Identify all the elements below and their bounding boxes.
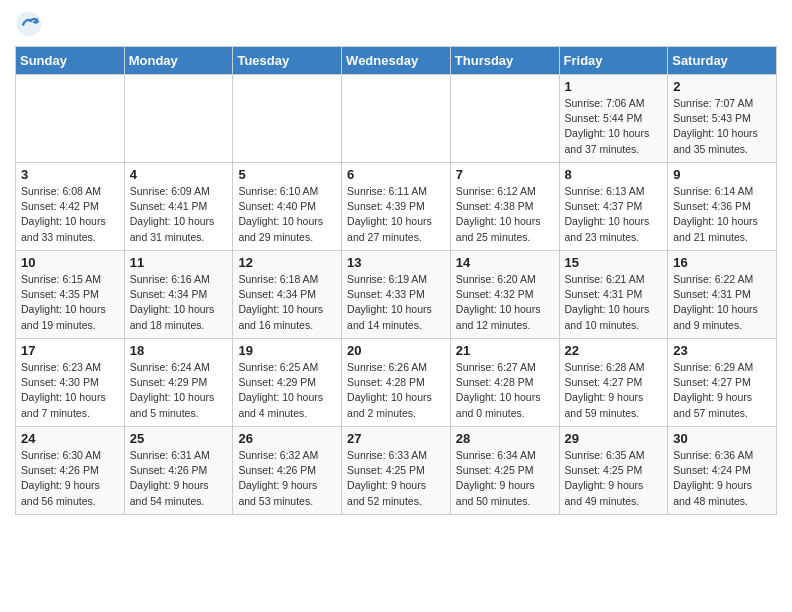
calendar-week-row: 3Sunrise: 6:08 AM Sunset: 4:42 PM Daylig… xyxy=(16,163,777,251)
page-container: SundayMondayTuesdayWednesdayThursdayFrid… xyxy=(0,0,792,525)
day-number: 21 xyxy=(456,343,554,358)
weekday-header: Monday xyxy=(124,47,233,75)
calendar-cell: 2Sunrise: 7:07 AM Sunset: 5:43 PM Daylig… xyxy=(668,75,777,163)
calendar-table: SundayMondayTuesdayWednesdayThursdayFrid… xyxy=(15,46,777,515)
day-info: Sunrise: 6:30 AM Sunset: 4:26 PM Dayligh… xyxy=(21,448,119,509)
weekday-header: Thursday xyxy=(450,47,559,75)
day-info: Sunrise: 6:34 AM Sunset: 4:25 PM Dayligh… xyxy=(456,448,554,509)
day-info: Sunrise: 6:24 AM Sunset: 4:29 PM Dayligh… xyxy=(130,360,228,421)
day-number: 14 xyxy=(456,255,554,270)
calendar-cell: 5Sunrise: 6:10 AM Sunset: 4:40 PM Daylig… xyxy=(233,163,342,251)
day-number: 4 xyxy=(130,167,228,182)
day-info: Sunrise: 6:19 AM Sunset: 4:33 PM Dayligh… xyxy=(347,272,445,333)
calendar-cell: 10Sunrise: 6:15 AM Sunset: 4:35 PM Dayli… xyxy=(16,251,125,339)
day-number: 26 xyxy=(238,431,336,446)
day-number: 11 xyxy=(130,255,228,270)
day-info: Sunrise: 6:08 AM Sunset: 4:42 PM Dayligh… xyxy=(21,184,119,245)
day-number: 28 xyxy=(456,431,554,446)
day-info: Sunrise: 6:36 AM Sunset: 4:24 PM Dayligh… xyxy=(673,448,771,509)
day-info: Sunrise: 6:28 AM Sunset: 4:27 PM Dayligh… xyxy=(565,360,663,421)
calendar-cell xyxy=(233,75,342,163)
day-number: 23 xyxy=(673,343,771,358)
day-info: Sunrise: 6:15 AM Sunset: 4:35 PM Dayligh… xyxy=(21,272,119,333)
day-info: Sunrise: 6:13 AM Sunset: 4:37 PM Dayligh… xyxy=(565,184,663,245)
calendar-cell: 17Sunrise: 6:23 AM Sunset: 4:30 PM Dayli… xyxy=(16,339,125,427)
day-info: Sunrise: 6:10 AM Sunset: 4:40 PM Dayligh… xyxy=(238,184,336,245)
calendar-cell: 29Sunrise: 6:35 AM Sunset: 4:25 PM Dayli… xyxy=(559,427,668,515)
day-info: Sunrise: 6:32 AM Sunset: 4:26 PM Dayligh… xyxy=(238,448,336,509)
calendar-cell: 23Sunrise: 6:29 AM Sunset: 4:27 PM Dayli… xyxy=(668,339,777,427)
day-number: 13 xyxy=(347,255,445,270)
day-info: Sunrise: 6:33 AM Sunset: 4:25 PM Dayligh… xyxy=(347,448,445,509)
calendar-week-row: 10Sunrise: 6:15 AM Sunset: 4:35 PM Dayli… xyxy=(16,251,777,339)
day-number: 17 xyxy=(21,343,119,358)
day-number: 29 xyxy=(565,431,663,446)
header-row: SundayMondayTuesdayWednesdayThursdayFrid… xyxy=(16,47,777,75)
day-number: 24 xyxy=(21,431,119,446)
weekday-header: Tuesday xyxy=(233,47,342,75)
day-number: 18 xyxy=(130,343,228,358)
day-info: Sunrise: 6:14 AM Sunset: 4:36 PM Dayligh… xyxy=(673,184,771,245)
calendar-cell xyxy=(342,75,451,163)
day-info: Sunrise: 6:12 AM Sunset: 4:38 PM Dayligh… xyxy=(456,184,554,245)
day-number: 16 xyxy=(673,255,771,270)
day-number: 7 xyxy=(456,167,554,182)
weekday-header: Saturday xyxy=(668,47,777,75)
day-number: 19 xyxy=(238,343,336,358)
day-number: 15 xyxy=(565,255,663,270)
day-number: 20 xyxy=(347,343,445,358)
calendar-cell: 27Sunrise: 6:33 AM Sunset: 4:25 PM Dayli… xyxy=(342,427,451,515)
calendar-cell xyxy=(450,75,559,163)
day-number: 10 xyxy=(21,255,119,270)
calendar-cell: 22Sunrise: 6:28 AM Sunset: 4:27 PM Dayli… xyxy=(559,339,668,427)
day-info: Sunrise: 6:27 AM Sunset: 4:28 PM Dayligh… xyxy=(456,360,554,421)
calendar-cell: 4Sunrise: 6:09 AM Sunset: 4:41 PM Daylig… xyxy=(124,163,233,251)
day-number: 25 xyxy=(130,431,228,446)
calendar-cell: 12Sunrise: 6:18 AM Sunset: 4:34 PM Dayli… xyxy=(233,251,342,339)
weekday-header: Sunday xyxy=(16,47,125,75)
day-info: Sunrise: 6:09 AM Sunset: 4:41 PM Dayligh… xyxy=(130,184,228,245)
logo xyxy=(15,10,47,38)
day-number: 12 xyxy=(238,255,336,270)
day-number: 1 xyxy=(565,79,663,94)
calendar-cell xyxy=(124,75,233,163)
calendar-cell: 24Sunrise: 6:30 AM Sunset: 4:26 PM Dayli… xyxy=(16,427,125,515)
calendar-cell: 6Sunrise: 6:11 AM Sunset: 4:39 PM Daylig… xyxy=(342,163,451,251)
day-info: Sunrise: 6:20 AM Sunset: 4:32 PM Dayligh… xyxy=(456,272,554,333)
day-info: Sunrise: 6:29 AM Sunset: 4:27 PM Dayligh… xyxy=(673,360,771,421)
calendar-week-row: 24Sunrise: 6:30 AM Sunset: 4:26 PM Dayli… xyxy=(16,427,777,515)
calendar-cell: 9Sunrise: 6:14 AM Sunset: 4:36 PM Daylig… xyxy=(668,163,777,251)
day-info: Sunrise: 6:35 AM Sunset: 4:25 PM Dayligh… xyxy=(565,448,663,509)
day-info: Sunrise: 6:23 AM Sunset: 4:30 PM Dayligh… xyxy=(21,360,119,421)
day-number: 5 xyxy=(238,167,336,182)
day-info: Sunrise: 7:07 AM Sunset: 5:43 PM Dayligh… xyxy=(673,96,771,157)
day-info: Sunrise: 6:31 AM Sunset: 4:26 PM Dayligh… xyxy=(130,448,228,509)
day-info: Sunrise: 6:16 AM Sunset: 4:34 PM Dayligh… xyxy=(130,272,228,333)
day-number: 6 xyxy=(347,167,445,182)
day-number: 30 xyxy=(673,431,771,446)
calendar-cell: 18Sunrise: 6:24 AM Sunset: 4:29 PM Dayli… xyxy=(124,339,233,427)
day-info: Sunrise: 6:21 AM Sunset: 4:31 PM Dayligh… xyxy=(565,272,663,333)
day-info: Sunrise: 6:22 AM Sunset: 4:31 PM Dayligh… xyxy=(673,272,771,333)
page-header xyxy=(15,10,777,38)
day-info: Sunrise: 7:06 AM Sunset: 5:44 PM Dayligh… xyxy=(565,96,663,157)
calendar-cell xyxy=(16,75,125,163)
weekday-header: Wednesday xyxy=(342,47,451,75)
svg-point-0 xyxy=(17,12,42,37)
day-number: 3 xyxy=(21,167,119,182)
calendar-week-row: 17Sunrise: 6:23 AM Sunset: 4:30 PM Dayli… xyxy=(16,339,777,427)
day-number: 27 xyxy=(347,431,445,446)
day-info: Sunrise: 6:11 AM Sunset: 4:39 PM Dayligh… xyxy=(347,184,445,245)
calendar-cell: 11Sunrise: 6:16 AM Sunset: 4:34 PM Dayli… xyxy=(124,251,233,339)
logo-icon xyxy=(15,10,43,38)
calendar-cell: 16Sunrise: 6:22 AM Sunset: 4:31 PM Dayli… xyxy=(668,251,777,339)
calendar-cell: 7Sunrise: 6:12 AM Sunset: 4:38 PM Daylig… xyxy=(450,163,559,251)
day-number: 22 xyxy=(565,343,663,358)
calendar-cell: 30Sunrise: 6:36 AM Sunset: 4:24 PM Dayli… xyxy=(668,427,777,515)
calendar-cell: 8Sunrise: 6:13 AM Sunset: 4:37 PM Daylig… xyxy=(559,163,668,251)
calendar-cell: 19Sunrise: 6:25 AM Sunset: 4:29 PM Dayli… xyxy=(233,339,342,427)
day-number: 8 xyxy=(565,167,663,182)
calendar-cell: 1Sunrise: 7:06 AM Sunset: 5:44 PM Daylig… xyxy=(559,75,668,163)
calendar-cell: 25Sunrise: 6:31 AM Sunset: 4:26 PM Dayli… xyxy=(124,427,233,515)
calendar-cell: 20Sunrise: 6:26 AM Sunset: 4:28 PM Dayli… xyxy=(342,339,451,427)
